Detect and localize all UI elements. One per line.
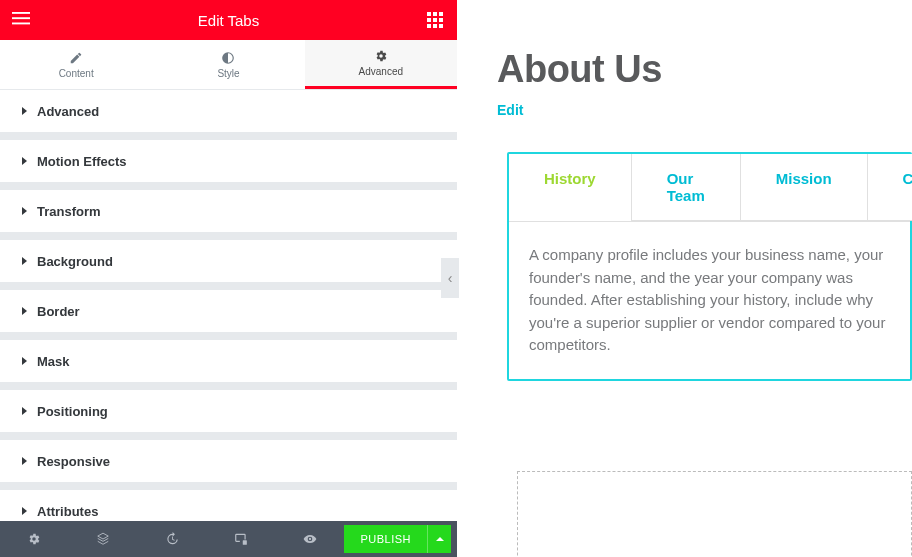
panel-footer: PUBLISH <box>0 521 457 557</box>
section-background[interactable]: Background <box>0 240 457 282</box>
caret-right-icon <box>22 457 27 465</box>
preview-canvas: About Us Edit History Our Team Mission C… <box>457 0 912 557</box>
tab-label: Advanced <box>359 66 403 77</box>
apps-icon[interactable] <box>427 12 443 28</box>
caret-right-icon <box>22 107 27 115</box>
tab-advanced[interactable]: Advanced <box>305 40 457 89</box>
caret-right-icon <box>22 507 27 515</box>
caret-right-icon <box>22 157 27 165</box>
section-transform[interactable]: Transform <box>0 190 457 232</box>
history-icon[interactable] <box>138 521 207 557</box>
section-label: Transform <box>37 204 101 219</box>
publish-options-button[interactable] <box>427 525 451 553</box>
section-label: Mask <box>37 354 70 369</box>
section-label: Advanced <box>37 104 99 119</box>
svg-rect-0 <box>12 12 30 14</box>
navigator-icon[interactable] <box>69 521 138 557</box>
tab-content[interactable]: Content <box>0 40 152 89</box>
caret-right-icon <box>22 357 27 365</box>
section-label: Attributes <box>37 504 98 519</box>
editor-tabs: Content Style Advanced <box>0 40 457 90</box>
svg-rect-1 <box>12 17 30 19</box>
widget-tab-content: A company profile includes your business… <box>509 222 910 379</box>
section-label: Positioning <box>37 404 108 419</box>
tab-label: Style <box>217 68 239 79</box>
section-label: Responsive <box>37 454 110 469</box>
sections-list: Advanced Motion Effects Transform Backgr… <box>0 90 457 557</box>
tab-style[interactable]: Style <box>152 40 304 89</box>
section-positioning[interactable]: Positioning <box>0 390 457 432</box>
caret-right-icon <box>22 407 27 415</box>
caret-right-icon <box>22 307 27 315</box>
publish-button[interactable]: PUBLISH <box>344 525 427 553</box>
responsive-icon[interactable] <box>207 521 276 557</box>
editor-panel: Edit Tabs Content Style Advanced Advance… <box>0 0 457 557</box>
page-title: About Us <box>497 48 912 91</box>
pencil-icon <box>69 51 83 65</box>
gear-icon <box>374 49 388 63</box>
caret-right-icon <box>22 207 27 215</box>
section-border[interactable]: Border <box>0 290 457 332</box>
section-motion-effects[interactable]: Motion Effects <box>0 140 457 182</box>
section-label: Motion Effects <box>37 154 127 169</box>
menu-icon[interactable] <box>12 9 30 31</box>
tabs-widget[interactable]: History Our Team Mission Culture A compa… <box>507 152 912 381</box>
section-label: Background <box>37 254 113 269</box>
widget-tab-culture[interactable]: Culture <box>868 154 912 221</box>
widget-tab-our-team[interactable]: Our Team <box>632 154 741 221</box>
widget-tab-history[interactable]: History <box>509 154 632 221</box>
section-responsive[interactable]: Responsive <box>0 440 457 482</box>
edit-link[interactable]: Edit <box>497 102 523 118</box>
caret-right-icon <box>22 257 27 265</box>
panel-header: Edit Tabs <box>0 0 457 40</box>
panel-title: Edit Tabs <box>198 12 259 29</box>
widget-tab-row: History Our Team Mission Culture <box>509 154 910 222</box>
contrast-icon <box>221 51 235 65</box>
section-label: Border <box>37 304 80 319</box>
section-advanced[interactable]: Advanced <box>0 90 457 132</box>
section-mask[interactable]: Mask <box>0 340 457 382</box>
empty-section-placeholder[interactable] <box>517 471 912 558</box>
tab-label: Content <box>59 68 94 79</box>
widget-tab-mission[interactable]: Mission <box>741 154 868 221</box>
svg-rect-2 <box>12 23 30 25</box>
preview-icon[interactable] <box>276 521 345 557</box>
settings-icon[interactable] <box>0 521 69 557</box>
